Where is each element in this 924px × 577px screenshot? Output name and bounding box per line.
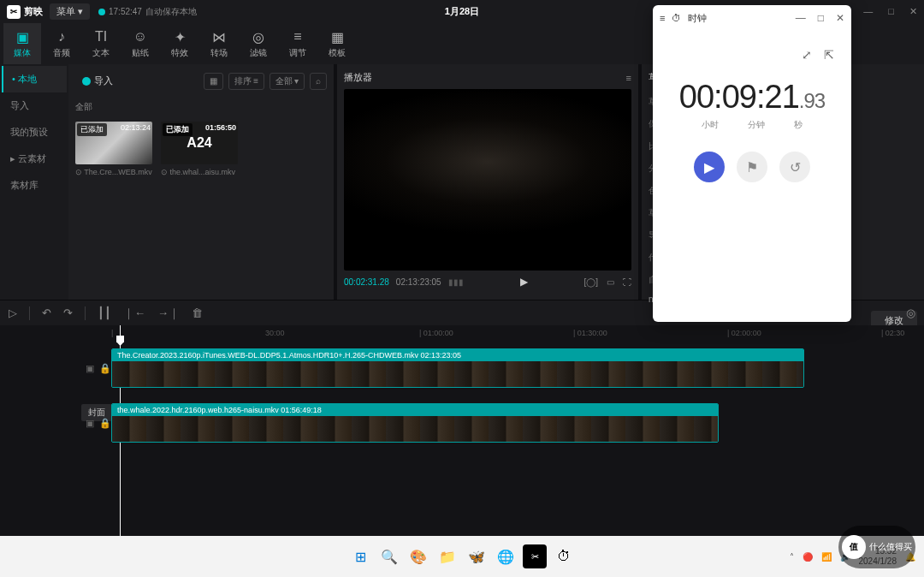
menu-button[interactable]: 菜单▾ <box>50 3 90 20</box>
sidebar-item-云素材[interactable]: ▸ 云素材 <box>2 146 67 172</box>
cut-tool-right[interactable]: →｜ <box>157 306 180 321</box>
clock-title-text: 时钟 <box>688 12 707 25</box>
logo-icon: ✂ <box>7 5 21 19</box>
clock-close[interactable]: ✕ <box>836 12 844 24</box>
delete-tool[interactable]: 🗑 <box>192 306 203 319</box>
scale-icon[interactable]: [◯] <box>583 277 598 287</box>
tray-icon-1[interactable]: 🔴 <box>803 552 813 562</box>
color-bars-icon[interactable]: ▮▮▮ <box>448 277 464 287</box>
time-ruler[interactable]: |30:00| 01:00:00| 01:30:00| 02:00:00| 02… <box>0 325 924 342</box>
timeline[interactable]: |30:00| 01:00:00| 01:30:00| 02:00:00| 02… <box>0 325 924 536</box>
expand-icon[interactable]: ⤢ <box>802 48 812 62</box>
clock-taskbar[interactable]: ⏱ <box>552 544 576 568</box>
maximize-button[interactable]: □ <box>888 6 894 17</box>
clock-minimize[interactable]: — <box>796 12 806 24</box>
ruler-mark: | 02:00:00 <box>727 329 761 337</box>
import-button[interactable]: 导入 <box>75 71 120 91</box>
media-section-label: 全部 <box>75 98 327 116</box>
tray-network[interactable]: 📶 <box>821 552 832 562</box>
tool-tab-文本[interactable]: TI文本 <box>82 23 120 64</box>
tool-icon: ▣ <box>14 28 31 45</box>
sidebar-item-导入[interactable]: 导入 <box>2 92 67 119</box>
save-indicator-icon <box>98 9 105 15</box>
tool-icon: ▦ <box>329 28 346 45</box>
stopwatch-reset[interactable]: ↺ <box>779 152 810 182</box>
minimize-button[interactable]: — <box>863 6 873 17</box>
tool-tab-贴纸[interactable]: ☺贴纸 <box>121 23 159 64</box>
track-lock-icon[interactable]: 🔒 <box>99 363 111 374</box>
video-track[interactable]: ▣🔒🔇the.whale.2022.hdr.2160p.web.h265-nai… <box>77 397 924 449</box>
clock-window[interactable]: ≡ ⏱ 时钟 — □ ✕ ⤢ ⇱ 00:09:21.93 小时 分钟 秒 ▶ ⚑… <box>653 5 851 322</box>
sidebar-item-我的预设[interactable]: 我的预设 <box>2 119 67 146</box>
sidebar-item-素材库[interactable]: 素材库 <box>2 172 67 199</box>
clip-filename: ⊙ The.Cre...WEB.mkv <box>75 168 152 176</box>
tool-tab-转场[interactable]: ⋈转场 <box>200 23 238 64</box>
import-icon <box>82 77 91 86</box>
timeline-clip[interactable]: The.Creator.2023.2160p.iTunes.WEB-DL.DDP… <box>111 348 804 388</box>
taskbar-app-2[interactable]: 🦋 <box>465 544 489 568</box>
tool-icon: ⋈ <box>210 28 228 45</box>
save-status: 17:52:47 自动保存本地 <box>98 6 197 18</box>
track-visibility-icon[interactable]: ▣ <box>86 418 94 429</box>
sidebar-item-本地[interactable]: • 本地 <box>2 66 67 92</box>
taskbar-app-1[interactable]: 🎨 <box>406 544 430 568</box>
tool-icon: ☺ <box>132 28 149 45</box>
close-button[interactable]: ✕ <box>909 6 917 17</box>
video-track[interactable]: ▣🔒🔇The.Creator.2023.2160p.iTunes.WEB-DL.… <box>77 342 924 394</box>
view-toggle[interactable]: ▦ <box>204 73 223 90</box>
tool-tab-特效[interactable]: ✦特效 <box>161 23 198 64</box>
app-logo: ✂ 剪映 <box>7 5 43 19</box>
player-panel: 播放器 ≡ 00:02:31.28 02:13:23:05 ▮▮▮ ▶ [◯] … <box>337 64 638 300</box>
ruler-mark: | 02:30 <box>881 329 904 337</box>
track-visibility-icon[interactable]: ▣ <box>86 363 94 374</box>
undo-button[interactable]: ↶ <box>42 306 51 319</box>
search-button[interactable]: ⌕ <box>310 73 327 90</box>
stopwatch-lap[interactable]: ⚑ <box>737 152 767 182</box>
edge-icon[interactable]: 🌐 <box>494 544 518 568</box>
tool-tab-模板[interactable]: ▦模板 <box>318 23 356 64</box>
explorer-icon[interactable]: 📁 <box>435 544 459 568</box>
filter-all[interactable]: 全部 ▾ <box>270 73 305 90</box>
select-tool[interactable]: ▷ <box>9 306 17 319</box>
window-controls: — □ ✕ <box>863 6 917 17</box>
tool-tab-调节[interactable]: ≡调节 <box>279 23 317 64</box>
split-tool[interactable]: ┃┃ <box>98 306 111 319</box>
search-taskbar[interactable]: 🔍 <box>377 544 401 568</box>
sort-button[interactable]: 排序 ≡ <box>228 73 264 90</box>
clock-menu-icon[interactable]: ≡ <box>660 13 665 23</box>
cut-tool[interactable]: ｜← <box>123 306 145 321</box>
tool-icon: TI <box>92 28 110 45</box>
video-preview[interactable] <box>344 89 631 271</box>
tool-icon: ✦ <box>171 28 188 45</box>
clock-maximize[interactable]: □ <box>818 12 824 24</box>
tool-tab-音频[interactable]: ♪音频 <box>43 23 80 64</box>
fullscreen-icon[interactable]: ⛶ <box>623 277 631 287</box>
timeline-clip[interactable]: the.whale.2022.hdr.2160p.web.h265-naisu.… <box>111 403 719 443</box>
tool-tab-滤镜[interactable]: ◎滤镜 <box>240 23 277 64</box>
total-time: 02:13:23:05 <box>396 277 441 287</box>
ruler-mark: | <box>111 329 113 337</box>
ratio-icon[interactable]: ▭ <box>607 277 614 287</box>
track-lock-icon[interactable]: 🔒 <box>99 418 111 429</box>
clock-app-icon: ⏱ <box>672 13 681 23</box>
redo-button[interactable]: ↷ <box>63 306 73 319</box>
stopwatch-play[interactable]: ▶ <box>694 152 725 182</box>
ruler-mark: | 01:00:00 <box>419 329 453 337</box>
tool-tab-媒体[interactable]: ▣媒体 <box>3 23 41 64</box>
windows-taskbar[interactable]: ⊞ 🔍 🎨 📁 🦋 🌐 ✂ ⏱ ˄ 🔴 📶 🔊 15:322024/1/28 🔔 <box>0 536 924 577</box>
stopwatch-time: 00:09:21.93 <box>670 79 834 116</box>
media-clip[interactable]: 已添加01:56:50A24⊙ the.whal...aisu.mkv <box>161 122 238 176</box>
tray-chevron[interactable]: ˄ <box>790 552 794 562</box>
play-button[interactable]: ▶ <box>520 276 528 288</box>
media-clip[interactable]: 已添加02:13:24⊙ The.Cre...WEB.mkv <box>75 122 152 176</box>
media-panel: 导入 ▦ 排序 ≡ 全部 ▾ ⌕ 全部 已添加02:13:24⊙ The.Cre… <box>68 64 334 300</box>
tool-icon: ≡ <box>289 28 306 45</box>
clip-filename: ⊙ the.whal...aisu.mkv <box>161 168 238 176</box>
player-menu-icon[interactable]: ≡ <box>626 73 631 83</box>
jianying-taskbar[interactable]: ✂ <box>523 544 547 568</box>
project-title: 1月28日 <box>445 5 479 18</box>
start-button[interactable]: ⊞ <box>348 544 372 568</box>
zoom-fit[interactable]: ◎ <box>906 306 915 319</box>
ruler-mark: | 01:30:00 <box>573 329 607 337</box>
pin-icon[interactable]: ⇱ <box>824 48 834 62</box>
